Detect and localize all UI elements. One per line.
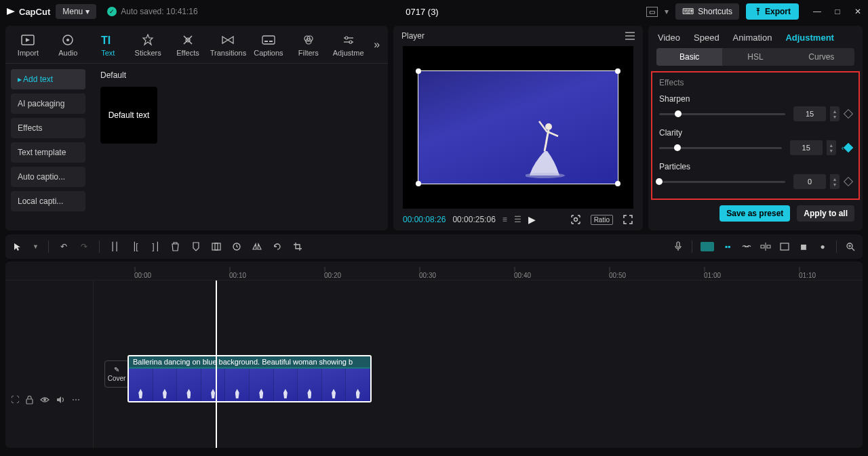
magnet-main-icon[interactable] <box>701 242 714 251</box>
pencil-icon: ✎ <box>114 366 119 373</box>
lock-icon[interactable] <box>26 396 33 405</box>
more-icon[interactable]: ⋯ <box>72 395 80 405</box>
redo-icon[interactable]: ↷ <box>79 241 90 252</box>
particles-stepper[interactable]: ▲▼ <box>830 174 840 189</box>
mirror-icon[interactable] <box>252 241 262 252</box>
split-icon[interactable]: ⎮⎮ <box>109 241 120 252</box>
insp-tab-animation[interactable]: Animation <box>733 33 772 43</box>
sidebar-item-effects[interactable]: Effects <box>11 118 85 138</box>
zoom-icon[interactable] <box>845 241 856 252</box>
freeze-icon[interactable] <box>211 241 222 252</box>
menu-button[interactable]: Menu ▾ <box>56 4 96 19</box>
clarity-keyframe[interactable] <box>844 143 853 152</box>
inspector-panel: Video Speed Animation Adjustment Basic H… <box>648 26 863 230</box>
subtab-hsl[interactable]: HSL <box>722 48 788 66</box>
layers-icon[interactable]: ◼ <box>798 241 809 252</box>
audio-icon <box>60 33 75 47</box>
trim-left-icon[interactable]: ⎥[ <box>130 241 140 252</box>
dancer-figure <box>526 117 566 178</box>
tab-import[interactable]: Import <box>8 28 48 61</box>
video-clip[interactable]: Ballerina dancing on blue background. Be… <box>127 355 372 402</box>
settings-dot-icon[interactable]: ● <box>817 241 828 252</box>
eye-icon[interactable] <box>40 396 50 403</box>
cursor-icon[interactable] <box>12 241 23 252</box>
play-icon[interactable]: ▶ <box>528 214 536 225</box>
tab-transitions[interactable]: Transitions <box>208 28 248 61</box>
tab-audio[interactable]: Audio <box>48 28 88 61</box>
export-button[interactable]: ⭱ Export <box>746 3 799 20</box>
list-dense-icon[interactable]: ≡ <box>502 215 507 224</box>
resize-handle-br[interactable] <box>615 181 620 186</box>
ruler-mark: 00:30 <box>419 266 436 279</box>
timeline-ruler[interactable]: 00:00 00:10 00:20 00:30 00:40 00:50 01:0… <box>5 262 863 281</box>
sidebar-item-text-template[interactable]: Text template <box>11 142 85 163</box>
default-text-thumb[interactable]: Default text <box>100 87 157 144</box>
sidebar-item-ai-packaging[interactable]: AI packaging <box>11 94 85 114</box>
particles-slider[interactable] <box>659 181 785 183</box>
mic-icon[interactable] <box>673 241 684 252</box>
sharpen-keyframe[interactable] <box>844 109 853 119</box>
titlebar-right: ▭ ▾ ⌨ Shortcuts ⭱ Export — □ ✕ <box>646 3 863 20</box>
clarity-slider[interactable] <box>659 147 782 149</box>
shortcuts-button[interactable]: ⌨ Shortcuts <box>675 3 739 20</box>
resize-handle-tr[interactable] <box>615 68 620 74</box>
chevron-down-icon[interactable]: ▾ <box>665 7 669 16</box>
tabs-more-icon[interactable]: » <box>368 39 385 51</box>
content-heading: Default <box>100 70 378 80</box>
crop-icon[interactable] <box>292 241 303 252</box>
resize-handle-tl[interactable] <box>416 68 421 74</box>
tab-effects[interactable]: Effects <box>168 28 208 61</box>
maximize-icon[interactable]: □ <box>833 7 842 16</box>
sidebar-item-local-captions[interactable]: Local capti... <box>11 191 85 211</box>
magnet-track-icon[interactable]: ▪▪ <box>722 241 733 252</box>
sharpen-slider[interactable] <box>659 113 785 115</box>
player-canvas[interactable] <box>403 46 633 209</box>
scan-icon[interactable] <box>570 214 581 225</box>
subtab-curves[interactable]: Curves <box>789 48 854 66</box>
close-icon[interactable]: ✕ <box>853 7 863 16</box>
undo-icon[interactable]: ↶ <box>58 241 69 252</box>
chevron-down-icon[interactable]: ▼ <box>33 243 39 250</box>
reverse-icon[interactable] <box>231 241 242 252</box>
insp-tab-adjustment[interactable]: Adjustment <box>785 33 834 43</box>
tab-stickers[interactable]: Stickers <box>128 28 168 61</box>
timeline-tracks[interactable]: ✎Cover Ballerina dancing on blue backgro… <box>94 281 863 448</box>
fullscreen-icon[interactable] <box>623 214 633 225</box>
clarity-label: Clarity <box>659 128 852 138</box>
delete-icon[interactable] <box>170 241 181 252</box>
tab-filters[interactable]: Filters <box>288 28 328 61</box>
resize-handle-bl[interactable] <box>416 181 421 186</box>
playhead[interactable] <box>216 281 217 448</box>
particles-keyframe[interactable] <box>844 177 853 186</box>
hamburger-icon[interactable] <box>625 32 635 40</box>
marker-icon[interactable] <box>191 241 201 252</box>
insp-tab-speed[interactable]: Speed <box>694 33 719 43</box>
sidebar-item-add-text[interactable]: ▸Add text <box>11 69 85 89</box>
minimize-icon[interactable]: — <box>812 7 822 16</box>
tab-adjustment[interactable]: Adjustme <box>328 28 368 61</box>
ratio-button[interactable]: Ratio <box>591 215 613 225</box>
align-icon[interactable] <box>760 241 771 252</box>
trim-right-icon[interactable]: ]⎥ <box>150 241 161 252</box>
expand-icon[interactable]: ⛶ <box>11 395 19 405</box>
tab-captions[interactable]: Captions <box>248 28 288 61</box>
preview-icon[interactable] <box>779 241 790 252</box>
apply-all-button[interactable]: Apply to all <box>797 205 854 222</box>
insp-tab-video[interactable]: Video <box>658 33 680 43</box>
cover-button[interactable]: ✎Cover <box>99 360 129 388</box>
list-icon[interactable]: ☰ <box>514 215 521 224</box>
clarity-stepper[interactable]: ▲▼ <box>827 140 836 155</box>
video-frame[interactable] <box>418 70 618 184</box>
clarity-value[interactable]: 15 <box>790 140 823 155</box>
rotate-icon[interactable] <box>272 241 283 252</box>
link-icon[interactable] <box>741 241 752 252</box>
mute-icon[interactable] <box>56 396 65 404</box>
particles-value[interactable]: 0 <box>793 174 826 189</box>
tab-text[interactable]: TIText <box>88 28 128 61</box>
sharpen-stepper[interactable]: ▲▼ <box>830 106 840 121</box>
sharpen-value[interactable]: 15 <box>793 106 826 121</box>
sidebar-item-auto-captions[interactable]: Auto captio... <box>11 167 85 187</box>
save-preset-button[interactable]: Save as preset <box>719 205 790 222</box>
layout-icon[interactable]: ▭ <box>646 7 658 17</box>
subtab-basic[interactable]: Basic <box>656 48 722 66</box>
